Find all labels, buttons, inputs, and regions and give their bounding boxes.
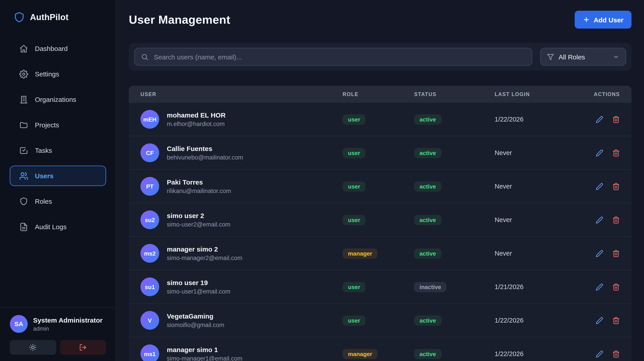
column-header-status: STATUS bbox=[414, 92, 495, 97]
pencil-icon bbox=[596, 283, 603, 291]
edit-user-button[interactable] bbox=[596, 350, 603, 358]
edit-user-button[interactable] bbox=[596, 250, 603, 257]
sidebar-item-organizations[interactable]: Organizations bbox=[10, 89, 106, 109]
search-input[interactable] bbox=[153, 52, 526, 61]
edit-user-button[interactable] bbox=[596, 149, 603, 157]
sidebar: AuthPilot Dashboard Settings Organizatio… bbox=[0, 0, 116, 361]
pencil-icon bbox=[596, 115, 603, 123]
avatar: SA bbox=[10, 315, 28, 333]
check-square-icon bbox=[19, 146, 28, 155]
users-icon bbox=[19, 171, 28, 180]
logout-button[interactable] bbox=[60, 340, 106, 355]
avatar: PT bbox=[140, 177, 159, 196]
shield-logo-icon bbox=[14, 11, 25, 23]
edit-user-button[interactable] bbox=[596, 115, 603, 123]
pencil-icon bbox=[596, 149, 603, 157]
table-row: CF Callie Fuentes behivunebo@mailinator.… bbox=[129, 136, 632, 170]
sidebar-item-roles[interactable]: Roles bbox=[10, 191, 106, 211]
status-badge: active bbox=[414, 148, 442, 158]
search-box bbox=[134, 48, 532, 66]
gear-icon bbox=[19, 69, 28, 78]
delete-user-button[interactable] bbox=[612, 216, 620, 224]
last-login: 1/22/2026 bbox=[495, 350, 584, 358]
status-badge: active bbox=[414, 315, 442, 326]
sidebar-item-dashboard[interactable]: Dashboard bbox=[10, 38, 106, 58]
avatar: mEH bbox=[140, 110, 159, 129]
sidebar-item-tasks[interactable]: Tasks bbox=[10, 140, 106, 160]
user-email: simo-manager1@email.com bbox=[167, 355, 242, 361]
app-window: AuthPilot Dashboard Settings Organizatio… bbox=[0, 0, 644, 361]
sidebar-item-users[interactable]: Users bbox=[10, 166, 106, 186]
user-name: VegetaGaming bbox=[167, 312, 224, 320]
pencil-icon bbox=[596, 350, 603, 358]
role-badge: user bbox=[342, 148, 366, 158]
user-name: simo user 19 bbox=[167, 279, 230, 286]
delete-user-button[interactable] bbox=[612, 149, 620, 157]
column-header-actions: ACTIONS bbox=[584, 92, 620, 97]
user-email: behivunebo@mailinator.com bbox=[167, 154, 243, 161]
table-row: ms1 manager simo 1 simo-manager1@email.c… bbox=[129, 337, 632, 361]
edit-user-button[interactable] bbox=[596, 216, 603, 224]
delete-user-button[interactable] bbox=[612, 317, 620, 324]
table-row: ms2 manager simo 2 simo-manager2@email.c… bbox=[129, 237, 632, 270]
trash-icon bbox=[612, 183, 620, 190]
role-filter-value: All Roles bbox=[558, 53, 608, 60]
role-badge: user bbox=[342, 181, 366, 191]
users-table: USER ROLE STATUS LAST LOGIN ACTIONS mEH … bbox=[129, 86, 632, 361]
role-badge: user bbox=[342, 215, 366, 225]
delete-user-button[interactable] bbox=[612, 250, 620, 257]
pencil-icon bbox=[596, 183, 603, 190]
sidebar-footer: SA System Administrator admin bbox=[0, 307, 116, 361]
pencil-icon bbox=[596, 317, 603, 324]
sidebar-item-label: Users bbox=[35, 172, 54, 180]
user-email: rilikanu@mailinator.com bbox=[167, 188, 231, 194]
delete-user-button[interactable] bbox=[612, 115, 620, 123]
role-filter-select[interactable]: All Roles bbox=[540, 48, 626, 66]
delete-user-button[interactable] bbox=[612, 183, 620, 190]
table-row: V VegetaGaming siomoifio@gmail.com user … bbox=[129, 304, 632, 337]
add-user-label: Add User bbox=[594, 16, 624, 23]
page-title: User Management bbox=[129, 13, 230, 26]
filter-bar: All Roles bbox=[129, 43, 632, 71]
table-row: su2 simo user 2 simo-user2@email.com use… bbox=[129, 203, 632, 237]
avatar: su2 bbox=[140, 210, 159, 229]
role-badge: user bbox=[342, 114, 366, 124]
sidebar-item-label: Projects bbox=[35, 121, 59, 129]
avatar: ms2 bbox=[140, 244, 159, 263]
sidebar-item-settings[interactable]: Settings bbox=[10, 64, 106, 84]
avatar: CF bbox=[140, 143, 159, 162]
table-row: mEH mohamed EL HOR m.elhor@hardiot.com u… bbox=[129, 103, 632, 136]
home-icon bbox=[19, 44, 28, 53]
user-name: Paki Torres bbox=[167, 178, 231, 186]
edit-user-button[interactable] bbox=[596, 283, 603, 291]
add-user-button[interactable]: Add User bbox=[575, 11, 632, 28]
last-login: 1/22/2026 bbox=[495, 116, 584, 123]
delete-user-button[interactable] bbox=[612, 350, 620, 358]
theme-toggle-button[interactable] bbox=[10, 340, 56, 355]
trash-icon bbox=[612, 250, 620, 257]
column-header-role: ROLE bbox=[342, 92, 414, 97]
user-email: simo-manager2@email.com bbox=[167, 255, 242, 261]
document-icon bbox=[19, 222, 28, 231]
sidebar-item-label: Organizations bbox=[35, 96, 76, 103]
trash-icon bbox=[612, 350, 620, 358]
sun-icon bbox=[29, 344, 37, 351]
sidebar-item-label: Audit Logs bbox=[35, 223, 67, 231]
sidebar-nav: Dashboard Settings Organizations Project… bbox=[0, 38, 116, 237]
sidebar-item-label: Dashboard bbox=[35, 45, 68, 52]
last-login: Never bbox=[495, 149, 584, 156]
user-name: manager simo 2 bbox=[167, 245, 242, 253]
trash-icon bbox=[612, 317, 620, 324]
pencil-icon bbox=[596, 250, 603, 257]
user-name: Callie Fuentes bbox=[167, 145, 243, 152]
sidebar-item-audit-logs[interactable]: Audit Logs bbox=[10, 217, 106, 237]
footer-buttons bbox=[10, 340, 106, 355]
delete-user-button[interactable] bbox=[612, 283, 620, 291]
last-login: Never bbox=[495, 250, 584, 257]
main-content: User Management Add User All Roles USER … bbox=[116, 0, 644, 361]
folder-icon bbox=[19, 120, 28, 129]
edit-user-button[interactable] bbox=[596, 183, 603, 190]
chevron-down-icon bbox=[613, 53, 620, 60]
sidebar-item-projects[interactable]: Projects bbox=[10, 115, 106, 135]
edit-user-button[interactable] bbox=[596, 317, 603, 324]
